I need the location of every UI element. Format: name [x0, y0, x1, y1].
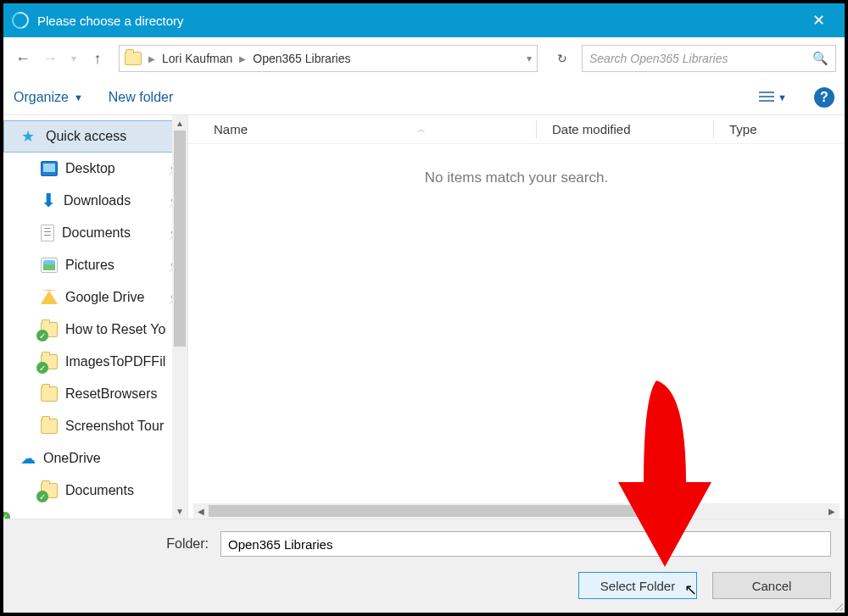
folder-name-input[interactable]: [220, 531, 831, 557]
chevron-right-icon[interactable]: ▶: [143, 54, 160, 64]
chevron-down-icon[interactable]: ▾: [527, 53, 532, 64]
breadcrumb-seg-2[interactable]: Open365 Libraries: [251, 52, 352, 65]
scroll-thumb[interactable]: [209, 505, 689, 517]
scroll-track[interactable]: [209, 503, 824, 519]
breadcrumb-bar[interactable]: ▶ Lori Kaufman ▶ Open365 Libraries ▾: [119, 45, 538, 72]
scroll-down-icon[interactable]: ▼: [172, 503, 187, 519]
help-button[interactable]: ?: [814, 87, 834, 108]
close-button[interactable]: ✕: [799, 3, 838, 37]
app-icon: [8, 8, 31, 31]
cancel-label: Cancel: [752, 579, 792, 593]
button-row: Select Folder Cancel: [17, 572, 831, 599]
down-icon: [41, 194, 56, 207]
sidebar-item[interactable]: How to Reset Yo: [3, 314, 187, 346]
sidebar-item-label: Pictures: [65, 258, 114, 273]
organize-label: Organize: [14, 90, 69, 105]
sidebar-item[interactable]: Google Drive📌: [3, 281, 187, 314]
forward-button[interactable]: →: [39, 47, 61, 70]
sidebar-item[interactable]: OneDrive: [3, 442, 187, 474]
refresh-button[interactable]: ↻: [548, 45, 577, 72]
sidebar-scrollbar[interactable]: ▲ ▼: [172, 115, 187, 519]
folder-name-row: Folder:: [17, 531, 831, 557]
folder-icon: [125, 52, 142, 65]
empty-state-message: No items match your search.: [188, 144, 845, 186]
column-date[interactable]: Date modified: [552, 122, 631, 136]
sidebar-item[interactable]: Downloads📌: [3, 185, 187, 217]
column-divider[interactable]: [536, 120, 537, 139]
pic-icon: [41, 258, 58, 273]
select-folder-label: Select Folder: [600, 579, 675, 593]
gdrive-icon: [41, 290, 58, 305]
sidebar-item[interactable]: Documents: [3, 474, 187, 507]
column-divider[interactable]: [713, 120, 714, 139]
column-type[interactable]: Type: [729, 122, 757, 136]
sidebar-item-label: ResetBrowsers: [65, 386, 157, 402]
check-icon: [41, 322, 58, 337]
file-list-area: Name ︿ Date modified Type No items match…: [188, 115, 845, 519]
sidebar-item[interactable]: Quick access: [3, 120, 187, 153]
sidebar-item-label: OneDrive: [43, 451, 101, 466]
new-folder-label: New folder: [109, 90, 173, 105]
bottom-panel: Folder: Select Folder Cancel: [3, 519, 845, 613]
organize-menu[interactable]: Organize ▼: [14, 90, 83, 105]
cancel-button[interactable]: Cancel: [712, 572, 831, 599]
column-name[interactable]: Name: [214, 122, 248, 136]
search-box[interactable]: Search Open365 Libraries 🔍: [582, 45, 836, 72]
scroll-left-icon[interactable]: ◀: [193, 503, 209, 519]
check-icon: [41, 354, 58, 369]
sidebar-item-label: Quick access: [46, 129, 126, 144]
sidebar-item-label: Documents: [65, 483, 134, 498]
plain-icon: [41, 386, 58, 402]
sidebar-item[interactable]: Screenshot Tour: [3, 410, 187, 442]
content-h-scrollbar[interactable]: ◀ ▶: [193, 503, 840, 519]
chevron-right-icon[interactable]: ▶: [234, 54, 251, 64]
scroll-up-icon[interactable]: ▲: [172, 115, 187, 130]
sidebar-item[interactable]: Desktop📌: [3, 153, 187, 185]
doc-icon: [41, 225, 54, 241]
title-bar: Please choose a directory ✕: [3, 3, 845, 37]
select-folder-button[interactable]: Select Folder: [578, 572, 697, 599]
sidebar-item[interactable]: ResetBrowsers: [3, 378, 187, 410]
sidebar-item-label: How to Reset Yo: [65, 322, 165, 337]
toolbar: Organize ▼ New folder ▼ ?: [3, 80, 845, 115]
scroll-track[interactable]: [172, 130, 187, 503]
nav-row: ← → ▾ ↑ ▶ Lori Kaufman ▶ Open365 Librari…: [3, 37, 845, 80]
sidebar-item[interactable]: Pictures📌: [3, 249, 187, 281]
check-icon: [41, 483, 58, 498]
history-dropdown[interactable]: ▾: [66, 47, 81, 70]
desktop-icon: [41, 161, 58, 176]
sidebar-item-label: ImagesToPDFFil: [65, 354, 165, 369]
chevron-down-icon: ▼: [74, 92, 83, 103]
column-headers: Name ︿ Date modified Type: [188, 115, 845, 144]
list-view-icon: [759, 92, 774, 103]
sidebar-item-label: Desktop: [65, 161, 115, 176]
view-options-button[interactable]: ▼: [757, 88, 789, 107]
main-area: Quick accessDesktop📌Downloads📌Documents📌…: [3, 115, 845, 519]
search-placeholder: Search Open365 Libraries: [589, 52, 812, 65]
dialog-window: Please choose a directory ✕ ← → ▾ ↑ ▶ Lo…: [0, 0, 848, 616]
chevron-down-icon: ▼: [778, 92, 787, 103]
breadcrumb-seg-1[interactable]: Lori Kaufman: [160, 52, 234, 65]
back-button[interactable]: ←: [12, 47, 34, 70]
sidebar-item[interactable]: Documents📌: [3, 217, 187, 249]
up-button[interactable]: ↑: [86, 47, 109, 70]
plain-icon: [41, 419, 58, 434]
scroll-thumb[interactable]: [174, 130, 186, 347]
new-folder-button[interactable]: New folder: [109, 90, 173, 105]
sidebar: Quick accessDesktop📌Downloads📌Documents📌…: [3, 115, 188, 519]
search-icon[interactable]: 🔍: [812, 51, 828, 66]
window-title: Please choose a directory: [37, 14, 184, 28]
cloud-icon: [20, 451, 36, 466]
sidebar-item-label: Google Drive: [65, 290, 144, 305]
sidebar-item-label: Screenshot Tour: [65, 419, 164, 434]
sidebar-item-label: Documents: [62, 225, 131, 241]
star-icon: [21, 129, 38, 144]
resize-grip-icon[interactable]: [833, 601, 843, 611]
sidebar-item-label: Downloads: [64, 193, 131, 208]
scroll-right-icon[interactable]: ▶: [824, 503, 840, 519]
sidebar-item[interactable]: ImagesToPDFFil: [3, 346, 187, 378]
folder-label: Folder:: [17, 536, 212, 552]
sort-indicator-icon[interactable]: ︿: [417, 124, 426, 136]
